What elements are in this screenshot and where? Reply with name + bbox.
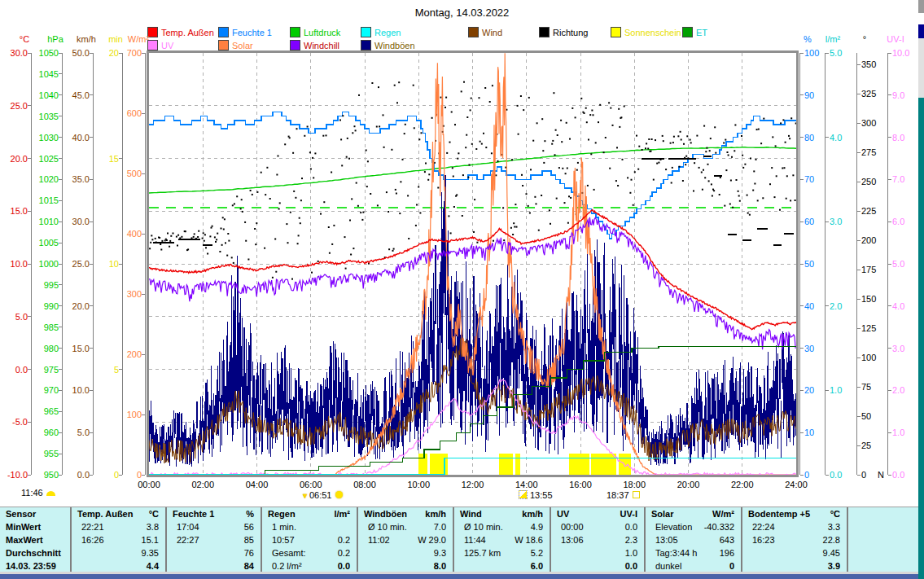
axis-tick xyxy=(800,348,804,349)
axis-tick-label: 200 xyxy=(861,235,876,245)
axis-tick xyxy=(857,240,861,241)
table-column-solar: SolarW/m²Elevation-40.33213:05643Tag:3:4… xyxy=(646,507,742,573)
cell-value: 0.0 xyxy=(338,559,350,572)
axis-tick-label: 400 xyxy=(112,229,142,239)
axis-tick-label: 80 xyxy=(804,133,814,143)
axis-tick-label: 15.0 xyxy=(0,206,28,216)
legend-item-windchill: Windchill xyxy=(290,40,339,50)
axis-tick xyxy=(857,416,861,417)
cell-time: 11:44 xyxy=(464,533,486,546)
axis-tick xyxy=(800,264,804,265)
axis-tick xyxy=(800,179,804,180)
x-tick-label: 14:00 xyxy=(510,480,543,489)
cell-value: 3.9 xyxy=(828,559,840,572)
x-tick-label: 00:00 xyxy=(133,480,165,489)
axis-tick-label: 25 xyxy=(861,441,871,450)
axis-tick xyxy=(888,475,891,476)
table-column-feuchte-1: Feuchte 1%17:045622:27857684 xyxy=(167,507,262,573)
axis-tick-label: 100 xyxy=(861,353,876,362)
axis-tick-label: 1035 xyxy=(29,112,59,121)
x-tick-label: 20:00 xyxy=(672,480,705,489)
axis-tick-label: 30.0 xyxy=(0,48,28,58)
axis-tick xyxy=(90,305,93,306)
axis-tick-label: 30 xyxy=(804,344,814,353)
axis-tick xyxy=(825,390,829,391)
cell-time: 22:27 xyxy=(177,533,199,546)
column-unit: km/h xyxy=(522,507,543,520)
axis-tick xyxy=(59,158,62,159)
axis-tick xyxy=(119,264,122,265)
legend-item-feuchte-1: Feuchte 1 xyxy=(218,27,272,37)
axis-tick xyxy=(888,179,891,180)
cell-value: 3.3 xyxy=(828,520,840,533)
desktop-sliver xyxy=(918,98,924,579)
window-bottom-border xyxy=(0,574,924,579)
legend-item-sonnenschein: Sonnenschein xyxy=(611,27,681,37)
axis-unit-l/m²: l/m² xyxy=(815,34,851,44)
axis-tick-label: 1.0 xyxy=(892,428,904,437)
table-column-header: Bodentemp +5°C xyxy=(742,507,847,520)
x-tick-label: 04:00 xyxy=(241,480,274,489)
x-tick-label: 06:00 xyxy=(295,480,327,489)
axis-tick xyxy=(28,105,31,106)
axis-tick-label: 500 xyxy=(112,169,142,178)
cell-value: 2.3 xyxy=(625,533,637,546)
axis-tick xyxy=(800,432,804,433)
axis-tick xyxy=(857,357,861,358)
table-row: Ø 10 min.4.9 xyxy=(454,520,550,533)
cell-time: 11:02 xyxy=(368,533,390,546)
column-name: Regen xyxy=(268,507,296,520)
legend-label: Windböen xyxy=(374,41,415,50)
cell-value: 0.0 xyxy=(625,559,637,572)
axis-tick-label: 25.0 xyxy=(0,101,28,111)
axis-tick xyxy=(142,415,145,415)
axis-tick xyxy=(142,53,145,54)
cell-value: 643 xyxy=(720,533,734,546)
axis-tick xyxy=(119,158,122,159)
cell-value: 3.8 xyxy=(147,520,159,533)
sunrise-label: ▼06:51 xyxy=(301,490,343,500)
axis-tick xyxy=(800,137,804,138)
axis-tick xyxy=(888,222,891,222)
table-row: Tag:3:44 h196 xyxy=(646,546,741,559)
cell-value: 9.35 xyxy=(142,546,159,559)
axis-tick-label: 10 xyxy=(90,259,119,269)
axis-tick xyxy=(888,390,891,391)
cell-time: 125.7 km xyxy=(464,546,501,559)
cell-time: 13:06 xyxy=(561,533,584,546)
legend-label: Temp. Außen xyxy=(161,28,214,37)
axis-tick xyxy=(825,475,829,476)
sunset-label: 18:37 xyxy=(607,490,640,500)
axis-tick xyxy=(59,411,62,412)
x-tick-label: 22:00 xyxy=(726,480,759,489)
axis-tick-label: 20.0 xyxy=(60,301,90,311)
axis-tick-label: 50 xyxy=(804,259,814,269)
day-length-icon xyxy=(46,491,55,496)
axis-tick-label: 5.0 xyxy=(830,48,842,58)
axis-line-° xyxy=(856,53,857,475)
axis-tick xyxy=(142,294,145,295)
axis-tick-label: 1040 xyxy=(29,90,59,100)
axis-tick xyxy=(90,222,93,222)
table-row-label: MaxWert xyxy=(0,533,70,546)
axis-tick-label: 45.0 xyxy=(60,90,90,100)
legend-swatch-icon xyxy=(361,40,371,50)
axis-tick-label: 1015 xyxy=(29,195,59,205)
axis-tick xyxy=(857,299,861,300)
axis-tick-label: 175 xyxy=(861,265,876,274)
x-tick-label: 08:00 xyxy=(348,480,381,489)
cell-value: 196 xyxy=(720,546,734,559)
cell-value: 0.0 xyxy=(625,520,637,533)
table-row-label: Durchschnitt xyxy=(0,546,70,559)
legend-swatch-icon xyxy=(611,27,621,37)
axis-north-label: N xyxy=(878,470,884,480)
axis-tick-label: 950 xyxy=(29,470,59,480)
axis-tick xyxy=(857,211,861,212)
axis-tick xyxy=(857,475,861,476)
table-row: 11:02W 29.0 xyxy=(358,533,453,546)
cell-time: 1 min. xyxy=(272,520,296,533)
legend-swatch-icon xyxy=(218,27,229,37)
x-tick-label: 10:00 xyxy=(402,480,435,489)
table-row-label: Sensor xyxy=(0,507,70,520)
cell-value: 0 xyxy=(729,559,734,572)
